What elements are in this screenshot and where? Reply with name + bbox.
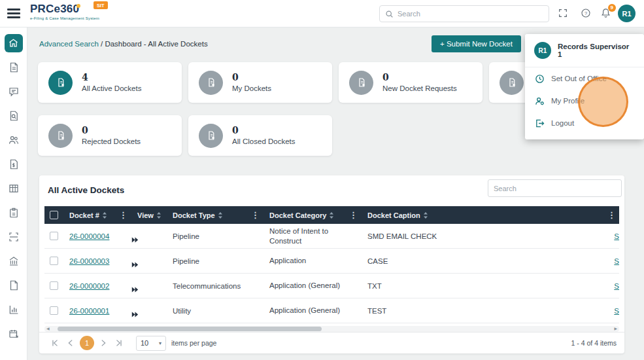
scroll-right-icon[interactable]: ▶ [614, 326, 617, 332]
column-menu-icon[interactable]: ⋮ [119, 211, 127, 219]
column-header-docket-number[interactable]: Docket # ⋮ [63, 206, 131, 224]
sidebar-item-billing[interactable] [0, 152, 27, 176]
view-docket-icon[interactable] [131, 286, 166, 293]
view-docket-icon[interactable] [131, 311, 166, 318]
docket-caption-cell: TXT [361, 282, 597, 290]
svg-text:?: ? [585, 10, 587, 16]
stat-label: My Dockets [232, 84, 271, 92]
user-menu-avatar: R1 [534, 42, 551, 59]
column-menu-icon[interactable]: ⋮ [349, 211, 358, 219]
sidebar-item-organization[interactable] [0, 249, 27, 273]
table-title: All Active Dockets [48, 185, 124, 195]
stat-count: 0 [232, 126, 296, 135]
sort-icon[interactable] [102, 211, 107, 219]
users-icon [8, 134, 20, 146]
user-dropdown-menu: R1 Records Supervisor 1 Set Out of Offic… [525, 34, 644, 139]
sidebar-item-tasks[interactable] [0, 200, 27, 225]
column-header-docket-type[interactable]: Docket Type ⋮ [166, 206, 263, 224]
row-checkbox[interactable] [50, 232, 58, 240]
page-size-select[interactable]: 10 ▾ [136, 336, 166, 351]
table-search-input[interactable] [488, 179, 622, 197]
chat-icon [8, 86, 20, 98]
column-label: Docket Category [269, 211, 326, 219]
truncated-link[interactable]: S [614, 232, 619, 240]
docket-number-link[interactable]: 26-0000002 [69, 282, 109, 290]
stat-card-all-closed-dockets[interactable]: 0 All Closed Dockets [188, 115, 332, 156]
truncated-link[interactable]: S [614, 307, 619, 315]
breadcrumb-advanced-search-link[interactable]: Advanced Search [39, 40, 99, 48]
sidebar-item-data-table[interactable] [0, 176, 27, 200]
docket-number-link[interactable]: 26-0000001 [69, 307, 109, 315]
help-icon[interactable]: ? [581, 8, 591, 18]
notifications-bell-icon[interactable]: 9 [600, 7, 611, 18]
stat-card-my-dockets[interactable]: 0 My Dockets [188, 62, 332, 103]
column-menu-icon[interactable]: ⋮ [607, 211, 616, 219]
last-page-button[interactable] [111, 335, 127, 351]
column-label: Docket # [69, 211, 99, 219]
stat-card-all-active-dockets[interactable]: 4 All Active Dockets [38, 62, 182, 103]
column-header-docket-caption[interactable]: Docket Caption [361, 206, 597, 224]
notification-count-badge: 9 [608, 4, 616, 12]
docket-type-cell: Telecommunications [166, 282, 263, 290]
table-row: 26-0000004 Pipeline Notice of Intent to … [44, 224, 619, 249]
scroll-left-icon[interactable]: ◀ [46, 326, 50, 332]
current-page-button[interactable]: 1 [80, 336, 94, 350]
sidebar-item-calendar-export[interactable] [0, 321, 27, 346]
row-checkbox[interactable] [50, 281, 58, 290]
menu-item-label: Logout [551, 119, 574, 127]
column-header-view[interactable]: View [131, 206, 166, 224]
truncated-link[interactable]: S [614, 257, 619, 265]
menu-item-logout[interactable]: Logout [525, 112, 644, 134]
docket-number-link[interactable]: 26-0000003 [69, 257, 109, 265]
stat-label: All Closed Dockets [232, 137, 296, 145]
row-checkbox[interactable] [50, 257, 58, 265]
sort-icon[interactable] [329, 211, 334, 219]
sidebar-item-messages[interactable] [0, 79, 27, 103]
sort-icon[interactable] [218, 211, 223, 219]
submit-new-docket-button[interactable]: + Submit New Docket [432, 35, 521, 52]
sidebar-item-reports[interactable] [0, 297, 27, 321]
fullscreen-icon[interactable] [558, 8, 568, 18]
pagination-bar: 1 10 ▾ items per page 1 - 4 of 4 items [39, 332, 624, 353]
sort-icon[interactable] [156, 211, 161, 219]
search-input[interactable] [398, 10, 543, 18]
sidebar-item-documents[interactable] [0, 55, 27, 79]
clipboard-tasks-icon [8, 207, 20, 219]
select-all-checkbox[interactable] [50, 211, 58, 219]
menu-item-set-out-of-office[interactable]: Set Out of Office [525, 67, 644, 90]
view-docket-icon[interactable] [131, 261, 166, 268]
sidebar-item-users[interactable] [0, 128, 27, 152]
view-docket-icon[interactable] [131, 236, 166, 243]
home-icon [5, 34, 23, 52]
logout-icon [535, 118, 545, 128]
sidebar-item-scan[interactable] [0, 225, 27, 249]
truncated-link[interactable]: S [614, 282, 619, 290]
stat-card-new-docket-requests[interactable]: 0 New Docket Requests [339, 62, 483, 103]
scrollbar-thumb[interactable] [58, 327, 322, 331]
topbar: PRCe360 e-Filing & Case Management Syste… [0, 0, 644, 27]
column-header-docket-category[interactable]: Docket Category ⋮ [263, 206, 361, 224]
previous-page-button[interactable] [63, 335, 78, 351]
docket-number-link[interactable]: 26-0000004 [69, 232, 109, 240]
hamburger-menu-icon[interactable] [7, 9, 20, 20]
horizontal-scrollbar[interactable]: ◀ ▶ [44, 326, 619, 332]
stat-count: 0 [82, 126, 141, 135]
column-menu-icon[interactable]: ⋮ [251, 211, 260, 219]
docket-caption-cell: TEST [361, 307, 597, 315]
sidebar-item-files[interactable] [0, 273, 27, 297]
docket-card-icon [199, 71, 223, 95]
sort-icon[interactable] [423, 211, 428, 219]
user-avatar[interactable]: R1 [618, 5, 636, 22]
clock-icon [535, 74, 545, 84]
sidebar-item-document-search[interactable] [0, 103, 27, 128]
docket-card-icon [48, 124, 73, 148]
sidebar-item-home[interactable] [0, 31, 27, 55]
first-page-button[interactable] [47, 335, 63, 351]
stat-card-rejected-dockets[interactable]: 0 Rejected Dockets [38, 115, 182, 156]
global-search [379, 5, 549, 22]
stat-label: New Docket Requests [382, 84, 457, 92]
row-checkbox[interactable] [50, 306, 58, 315]
menu-item-my-profile[interactable]: My Profile [525, 90, 644, 112]
menu-item-label: My Profile [551, 97, 585, 105]
next-page-button[interactable] [95, 335, 111, 351]
